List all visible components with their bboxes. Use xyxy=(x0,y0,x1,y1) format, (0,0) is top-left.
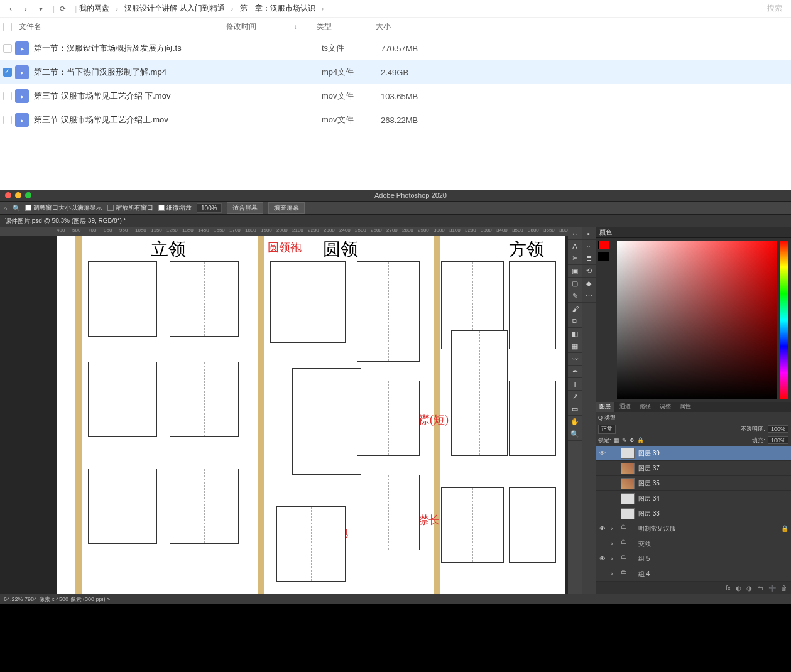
paths-toggle-icon[interactable]: ◆ xyxy=(582,278,596,290)
swatch-fg[interactable] xyxy=(598,241,609,249)
swatch-bg-icon[interactable]: ▫ xyxy=(582,240,596,252)
eraser-tool-icon[interactable]: ◧ xyxy=(568,328,582,340)
file-size: 2.49GB xyxy=(381,68,456,77)
tab-layers[interactable]: 图层 xyxy=(596,402,614,412)
row-checkbox[interactable] xyxy=(3,68,12,77)
hue-slider[interactable] xyxy=(780,241,788,399)
more-panels-icon[interactable]: ⋯ xyxy=(582,290,596,303)
group-icon[interactable]: 🗀 xyxy=(757,585,763,592)
zoom-tool-icon[interactable]: 🔍 xyxy=(13,205,20,212)
opt3-checkbox[interactable] xyxy=(158,205,165,211)
opt2-checkbox[interactable] xyxy=(107,205,114,211)
crumb-root[interactable]: 我的网盘 xyxy=(79,3,109,14)
trash-icon[interactable]: 🗑 xyxy=(781,585,787,592)
eyedrop-tool-icon[interactable]: ✎ xyxy=(568,290,582,303)
shape-tool-icon[interactable]: ▭ xyxy=(568,403,582,416)
document-tab[interactable]: 课件图片.psd @ 50.3% (图层 39, RGB/8*) * xyxy=(0,215,791,227)
canvas[interactable]: 立领 圆领 方领 圆领袍 圆领比甲(短) 长 圆领大襟(短) 圆领大襟长 圆领袍 xyxy=(57,236,565,594)
file-row[interactable]: 第三节 汉服市场常见工艺介绍上.mov mov文件 268.22MB xyxy=(0,108,791,132)
layer-row[interactable]: ›🗀交领 xyxy=(596,536,791,551)
type-tool-icon[interactable]: T xyxy=(568,378,582,391)
crumb-1[interactable]: 汉服设计全讲解 从入门到精通 xyxy=(124,3,224,14)
row-checkbox[interactable] xyxy=(3,44,12,53)
home-icon[interactable]: ⌂ xyxy=(4,205,8,212)
fit-screen-button[interactable]: 适合屏幕 xyxy=(227,202,263,214)
layers-toggle-icon[interactable]: ≣ xyxy=(582,252,596,265)
gradient-tool-icon[interactable]: ▦ xyxy=(568,340,582,353)
file-size: 268.22MB xyxy=(381,116,456,125)
col-name[interactable]: 文件名 xyxy=(15,21,226,32)
path-tool-icon[interactable]: ↗ xyxy=(568,391,582,403)
lock-pixels-icon[interactable]: ✎ xyxy=(622,437,627,443)
color-panel-tab[interactable]: 颜色 xyxy=(596,227,791,238)
mask-icon[interactable]: ◐ xyxy=(736,585,741,592)
opt1-checkbox[interactable] xyxy=(25,205,31,211)
select-all-checkbox[interactable] xyxy=(3,23,12,31)
search-input[interactable]: 搜索 xyxy=(763,3,786,14)
blend-mode-select[interactable]: 正常 xyxy=(598,425,616,434)
visibility-eye-icon[interactable]: 👁 xyxy=(598,555,607,562)
blur-tool-icon[interactable]: 〰 xyxy=(568,353,582,366)
file-row[interactable]: 第一节：汉服设计市场概括及发展方向.ts ts文件 770.57MB xyxy=(0,36,791,60)
minimize-traffic-icon[interactable] xyxy=(15,192,21,198)
file-row[interactable]: 第二节：当下热门汉服形制了解.mp4 mp4文件 2.49GB xyxy=(0,60,791,84)
col-type[interactable]: 类型 xyxy=(317,21,376,32)
brush-tool-icon[interactable]: 🖌 xyxy=(568,303,582,315)
col-mtime[interactable]: 修改时间 ↓ xyxy=(226,21,317,32)
close-traffic-icon[interactable] xyxy=(5,192,11,198)
row-checkbox[interactable] xyxy=(3,116,12,124)
color-picker[interactable] xyxy=(596,238,791,402)
col-size[interactable]: 大小 xyxy=(376,21,451,32)
zoom-traffic-icon[interactable] xyxy=(25,192,31,198)
lock-position-icon[interactable]: ✥ xyxy=(630,437,635,443)
file-name: 第一节：汉服设计市场概括及发展方向.ts xyxy=(34,43,231,54)
zoom-percent[interactable]: 100% xyxy=(197,203,222,213)
tab-paths[interactable]: 路径 xyxy=(636,402,655,412)
back-button[interactable]: ‹ xyxy=(5,3,16,14)
lock-transparent-icon[interactable]: ▦ xyxy=(614,437,619,443)
file-row[interactable]: 第三节 汉服市场常见工艺介绍 下.mov mov文件 103.65MB xyxy=(0,84,791,108)
tab-props[interactable]: 属性 xyxy=(676,402,695,412)
history-toggle-icon[interactable]: ⟲ xyxy=(582,265,596,278)
crop-tool-icon[interactable]: ▣ xyxy=(568,265,582,278)
arrow-tool-icon[interactable]: ↔ xyxy=(568,227,582,240)
stamp-tool-icon[interactable]: ⧉ xyxy=(568,315,582,328)
refresh-button[interactable]: ⟳ xyxy=(57,3,68,14)
layer-row[interactable]: 图层 37 xyxy=(596,461,791,476)
layer-row[interactable]: 👁›🗀明制常见汉服🔒 xyxy=(596,521,791,536)
fx-icon[interactable]: fx xyxy=(726,585,731,592)
dropdown-button[interactable]: ▾ xyxy=(35,3,46,14)
color-field[interactable] xyxy=(617,241,777,399)
layer-row[interactable]: 👁›🗀组 5 xyxy=(596,551,791,566)
layer-name: 图层 34 xyxy=(638,494,660,503)
opacity-input[interactable]: 100% xyxy=(768,425,788,433)
scissors-tool-icon[interactable]: ✂ xyxy=(568,252,582,265)
forward-button[interactable]: › xyxy=(20,3,31,14)
pen-tool-icon[interactable]: ✒ xyxy=(568,366,582,378)
hand-tool-icon[interactable]: ✋ xyxy=(568,416,582,428)
video-file-icon xyxy=(15,113,29,127)
tab-adjust[interactable]: 调整 xyxy=(656,402,675,412)
swatch-bg[interactable] xyxy=(598,252,609,261)
layer-row[interactable]: ›🗀组 4 xyxy=(596,566,791,582)
frame-tool-icon[interactable]: ▢ xyxy=(568,278,582,290)
layer-row[interactable]: 图层 33 xyxy=(596,506,791,521)
kind-filter[interactable]: Q 类型 xyxy=(598,414,616,422)
tab-channels[interactable]: 通道 xyxy=(616,402,635,412)
fill-screen-button[interactable]: 填充屏幕 xyxy=(268,202,305,214)
zoom-tool-icon[interactable]: 🔍 xyxy=(568,428,582,441)
adjustment-layer-icon[interactable]: ◑ xyxy=(746,585,752,592)
lock-all-icon[interactable]: 🔒 xyxy=(637,437,644,443)
layer-row[interactable]: 图层 34 xyxy=(596,491,791,506)
layer-row[interactable]: 👁图层 39 xyxy=(596,446,791,461)
fill-input[interactable]: 100% xyxy=(768,436,788,444)
new-layer-icon[interactable]: ➕ xyxy=(768,585,776,592)
canvas-area[interactable]: 4005007008509501050115012501350145015501… xyxy=(0,227,568,594)
visibility-eye-icon[interactable]: 👁 xyxy=(598,525,607,532)
crumb-2[interactable]: 第一章：汉服市场认识 xyxy=(240,3,315,14)
visibility-eye-icon[interactable]: 👁 xyxy=(598,450,607,457)
layer-row[interactable]: 图层 35 xyxy=(596,476,791,491)
row-checkbox[interactable] xyxy=(3,92,12,100)
text-tool-icon[interactable]: A xyxy=(568,240,582,252)
swatch-fg-icon[interactable]: ▪ xyxy=(582,227,596,240)
